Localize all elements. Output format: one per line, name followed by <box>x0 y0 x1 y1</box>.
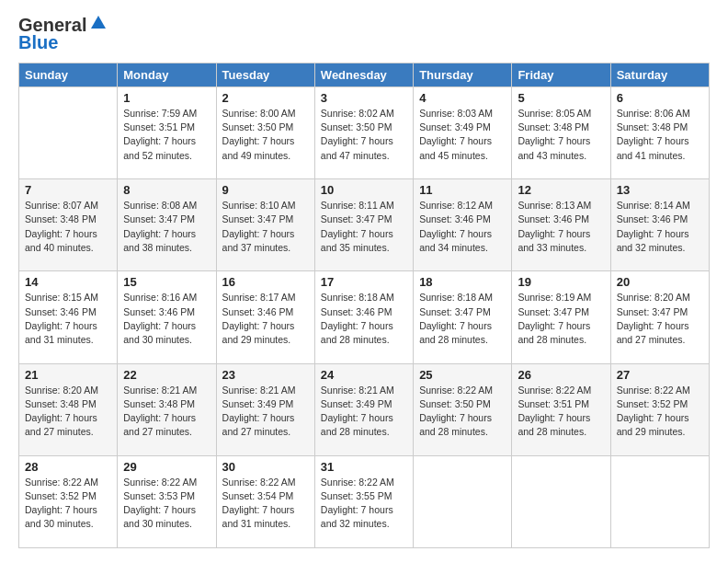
calendar-header-row: SundayMondayTuesdayWednesdayThursdayFrid… <box>19 63 710 87</box>
day-number: 28 <box>25 460 111 474</box>
calendar-day-header: Monday <box>118 63 216 87</box>
day-number: 22 <box>123 368 210 382</box>
calendar-day-header: Thursday <box>414 63 512 87</box>
calendar-cell: 9Sunrise: 8:10 AM Sunset: 3:47 PM Daylig… <box>216 179 314 271</box>
calendar-cell: 12Sunrise: 8:13 AM Sunset: 3:46 PM Dayli… <box>512 179 610 271</box>
calendar-cell: 20Sunrise: 8:20 AM Sunset: 3:47 PM Dayli… <box>610 271 709 363</box>
day-number: 16 <box>222 275 309 289</box>
calendar-week-row: 28Sunrise: 8:22 AM Sunset: 3:52 PM Dayli… <box>19 455 710 547</box>
day-number: 14 <box>25 275 111 289</box>
calendar-cell: 23Sunrise: 8:21 AM Sunset: 3:49 PM Dayli… <box>216 363 314 455</box>
day-number: 7 <box>25 183 111 197</box>
day-number: 10 <box>321 183 407 197</box>
svg-marker-0 <box>91 16 106 29</box>
day-info: Sunrise: 7:59 AM Sunset: 3:51 PM Dayligh… <box>123 107 210 163</box>
day-info: Sunrise: 8:21 AM Sunset: 3:49 PM Dayligh… <box>222 384 309 440</box>
calendar-week-row: 21Sunrise: 8:20 AM Sunset: 3:48 PM Dayli… <box>19 363 710 455</box>
page: General Blue SundayMondayTuesdayWednesda… <box>0 0 728 563</box>
day-number: 31 <box>321 460 407 474</box>
calendar-week-row: 14Sunrise: 8:15 AM Sunset: 3:46 PM Dayli… <box>19 271 710 363</box>
calendar-cell: 5Sunrise: 8:05 AM Sunset: 3:48 PM Daylig… <box>512 87 610 179</box>
calendar-cell <box>414 455 512 547</box>
day-number: 5 <box>518 91 604 105</box>
day-info: Sunrise: 8:22 AM Sunset: 3:50 PM Dayligh… <box>419 384 506 440</box>
day-info: Sunrise: 8:20 AM Sunset: 3:47 PM Dayligh… <box>617 291 703 347</box>
calendar-cell: 1Sunrise: 7:59 AM Sunset: 3:51 PM Daylig… <box>118 87 216 179</box>
calendar-cell: 19Sunrise: 8:19 AM Sunset: 3:47 PM Dayli… <box>512 271 610 363</box>
calendar-cell: 25Sunrise: 8:22 AM Sunset: 3:50 PM Dayli… <box>414 363 512 455</box>
day-info: Sunrise: 8:07 AM Sunset: 3:48 PM Dayligh… <box>25 199 111 255</box>
calendar-cell: 31Sunrise: 8:22 AM Sunset: 3:55 PM Dayli… <box>314 455 413 547</box>
calendar-day-header: Tuesday <box>216 63 314 87</box>
calendar-cell: 17Sunrise: 8:18 AM Sunset: 3:46 PM Dayli… <box>314 271 413 363</box>
day-number: 11 <box>419 183 506 197</box>
day-number: 30 <box>222 460 309 474</box>
calendar-cell: 6Sunrise: 8:06 AM Sunset: 3:48 PM Daylig… <box>610 87 709 179</box>
day-info: Sunrise: 8:22 AM Sunset: 3:52 PM Dayligh… <box>25 476 111 532</box>
day-number: 17 <box>321 275 407 289</box>
logo: General Blue <box>18 15 108 53</box>
day-info: Sunrise: 8:03 AM Sunset: 3:49 PM Dayligh… <box>419 107 506 163</box>
day-number: 27 <box>617 368 703 382</box>
calendar-day-header: Wednesday <box>314 63 413 87</box>
calendar-cell: 18Sunrise: 8:18 AM Sunset: 3:47 PM Dayli… <box>414 271 512 363</box>
day-info: Sunrise: 8:18 AM Sunset: 3:46 PM Dayligh… <box>321 291 407 347</box>
day-number: 24 <box>321 368 407 382</box>
day-number: 25 <box>419 368 506 382</box>
calendar-cell: 2Sunrise: 8:00 AM Sunset: 3:50 PM Daylig… <box>216 87 314 179</box>
day-number: 3 <box>321 91 407 105</box>
day-info: Sunrise: 8:16 AM Sunset: 3:46 PM Dayligh… <box>123 291 210 347</box>
calendar-cell: 29Sunrise: 8:22 AM Sunset: 3:53 PM Dayli… <box>118 455 216 547</box>
day-number: 15 <box>123 275 210 289</box>
calendar-cell: 11Sunrise: 8:12 AM Sunset: 3:46 PM Dayli… <box>414 179 512 271</box>
calendar-cell: 14Sunrise: 8:15 AM Sunset: 3:46 PM Dayli… <box>19 271 118 363</box>
calendar-cell: 8Sunrise: 8:08 AM Sunset: 3:47 PM Daylig… <box>118 179 216 271</box>
header: General Blue <box>18 15 710 53</box>
calendar-cell: 13Sunrise: 8:14 AM Sunset: 3:46 PM Dayli… <box>610 179 709 271</box>
day-number: 4 <box>419 91 506 105</box>
day-number: 26 <box>518 368 604 382</box>
calendar-table: SundayMondayTuesdayWednesdayThursdayFrid… <box>18 63 710 548</box>
day-number: 12 <box>518 183 604 197</box>
calendar-cell: 15Sunrise: 8:16 AM Sunset: 3:46 PM Dayli… <box>118 271 216 363</box>
day-number: 2 <box>222 91 309 105</box>
calendar-week-row: 7Sunrise: 8:07 AM Sunset: 3:48 PM Daylig… <box>19 179 710 271</box>
day-info: Sunrise: 8:21 AM Sunset: 3:48 PM Dayligh… <box>123 384 210 440</box>
logo-icon <box>89 14 108 32</box>
logo-blue: Blue <box>18 32 58 53</box>
day-info: Sunrise: 8:20 AM Sunset: 3:48 PM Dayligh… <box>25 384 111 440</box>
calendar-cell: 10Sunrise: 8:11 AM Sunset: 3:47 PM Dayli… <box>314 179 413 271</box>
day-info: Sunrise: 8:22 AM Sunset: 3:53 PM Dayligh… <box>123 476 210 532</box>
day-number: 6 <box>617 91 703 105</box>
day-info: Sunrise: 8:02 AM Sunset: 3:50 PM Dayligh… <box>321 107 407 163</box>
day-number: 21 <box>25 368 111 382</box>
calendar-cell <box>610 455 709 547</box>
calendar-cell: 26Sunrise: 8:22 AM Sunset: 3:51 PM Dayli… <box>512 363 610 455</box>
calendar-cell <box>512 455 610 547</box>
day-info: Sunrise: 8:14 AM Sunset: 3:46 PM Dayligh… <box>617 199 703 255</box>
calendar-cell <box>19 87 118 179</box>
day-number: 1 <box>123 91 210 105</box>
day-info: Sunrise: 8:18 AM Sunset: 3:47 PM Dayligh… <box>419 291 506 347</box>
day-info: Sunrise: 8:19 AM Sunset: 3:47 PM Dayligh… <box>518 291 604 347</box>
calendar-cell: 21Sunrise: 8:20 AM Sunset: 3:48 PM Dayli… <box>19 363 118 455</box>
calendar-cell: 3Sunrise: 8:02 AM Sunset: 3:50 PM Daylig… <box>314 87 413 179</box>
day-info: Sunrise: 8:10 AM Sunset: 3:47 PM Dayligh… <box>222 199 309 255</box>
day-number: 29 <box>123 460 210 474</box>
day-info: Sunrise: 8:15 AM Sunset: 3:46 PM Dayligh… <box>25 291 111 347</box>
day-info: Sunrise: 8:22 AM Sunset: 3:55 PM Dayligh… <box>321 476 407 532</box>
calendar-cell: 30Sunrise: 8:22 AM Sunset: 3:54 PM Dayli… <box>216 455 314 547</box>
day-number: 20 <box>617 275 703 289</box>
day-info: Sunrise: 8:11 AM Sunset: 3:47 PM Dayligh… <box>321 199 407 255</box>
calendar-cell: 4Sunrise: 8:03 AM Sunset: 3:49 PM Daylig… <box>414 87 512 179</box>
day-info: Sunrise: 8:00 AM Sunset: 3:50 PM Dayligh… <box>222 107 309 163</box>
calendar-day-header: Friday <box>512 63 610 87</box>
day-number: 9 <box>222 183 309 197</box>
calendar-cell: 24Sunrise: 8:21 AM Sunset: 3:49 PM Dayli… <box>314 363 413 455</box>
day-info: Sunrise: 8:22 AM Sunset: 3:52 PM Dayligh… <box>617 384 703 440</box>
day-number: 23 <box>222 368 309 382</box>
day-info: Sunrise: 8:12 AM Sunset: 3:46 PM Dayligh… <box>419 199 506 255</box>
day-info: Sunrise: 8:21 AM Sunset: 3:49 PM Dayligh… <box>321 384 407 440</box>
day-info: Sunrise: 8:13 AM Sunset: 3:46 PM Dayligh… <box>518 199 604 255</box>
day-number: 19 <box>518 275 604 289</box>
